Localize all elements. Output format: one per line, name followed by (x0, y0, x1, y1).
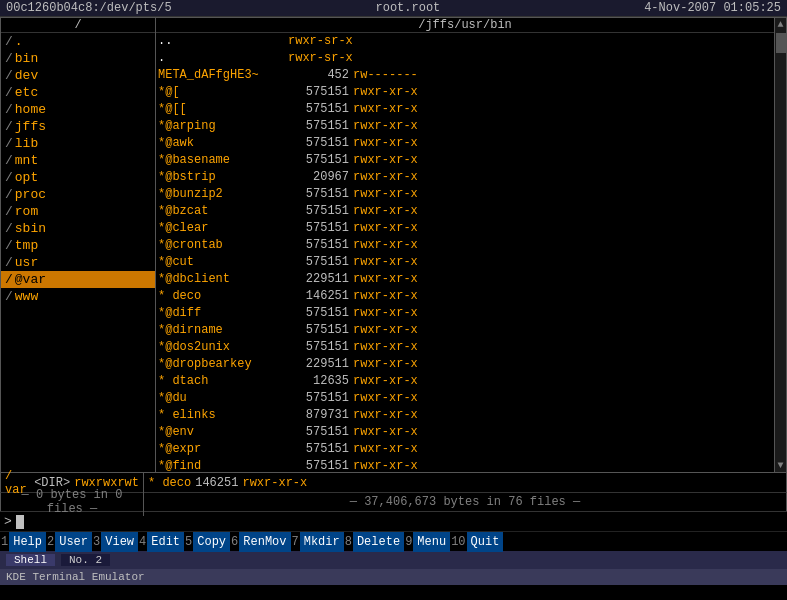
list-item[interactable]: /mnt (1, 152, 155, 169)
permissions: rwxr-xr-x (353, 373, 418, 390)
permissions: rwxr-xr-x (353, 203, 418, 220)
list-item[interactable]: /tmp (1, 237, 155, 254)
list-item[interactable]: /jffs (1, 118, 155, 135)
list-item[interactable]: *@dropbearkey229511rwxr-xr-x (156, 356, 774, 373)
list-item[interactable]: /sbin (1, 220, 155, 237)
filesize: 229511 (288, 356, 353, 373)
list-item[interactable]: *@arping575151rwxr-xr-x (156, 118, 774, 135)
list-item[interactable]: /opt (1, 169, 155, 186)
list-item[interactable]: * deco146251rwxr-xr-x (156, 288, 774, 305)
permissions: rwxr-xr-x (353, 390, 418, 407)
list-item[interactable]: /www (1, 288, 155, 305)
list-item[interactable]: *@find575151rwxr-xr-x (156, 458, 774, 472)
list-item[interactable]: *@bunzip2575151rwxr-xr-x (156, 186, 774, 203)
shell-tab[interactable]: Shell (6, 554, 55, 566)
list-item[interactable]: /dev (1, 67, 155, 84)
filename: *@env (158, 424, 288, 441)
fn-label[interactable]: Delete (353, 532, 404, 552)
filename: home (15, 101, 46, 118)
list-item[interactable]: *@expr575151rwxr-xr-x (156, 441, 774, 458)
fn-key-10[interactable]: 10Quit (450, 532, 503, 551)
right-panel-header: /jffs/usr/bin (156, 18, 774, 33)
list-item[interactable]: *@bzcat575151rwxr-xr-x (156, 203, 774, 220)
fn-label[interactable]: RenMov (239, 532, 290, 552)
fn-num: 4 (138, 535, 147, 549)
list-item[interactable]: /bin (1, 50, 155, 67)
filename: usr (15, 254, 38, 271)
list-item[interactable]: ..rwxr-sr-x (156, 33, 774, 50)
fn-label[interactable]: Copy (193, 532, 230, 552)
list-item[interactable]: *@bstrip20967rwxr-xr-x (156, 169, 774, 186)
slash-icon: / (5, 50, 13, 67)
fn-label[interactable]: Menu (413, 532, 450, 552)
list-item[interactable]: *@diff575151rwxr-xr-x (156, 305, 774, 322)
fn-key-3[interactable]: 3View (92, 532, 138, 551)
fn-key-8[interactable]: 8Delete (344, 532, 404, 551)
fn-label[interactable]: Help (9, 532, 46, 552)
list-item[interactable]: *@cut575151rwxr-xr-x (156, 254, 774, 271)
list-item[interactable]: *@env575151rwxr-xr-x (156, 424, 774, 441)
permissions: rwxr-xr-x (353, 356, 418, 373)
left-panel[interactable]: / /./bin/dev/etc/home/jffs/lib/mnt/opt/p… (1, 18, 156, 472)
info-bar: ─ 0 bytes in 0 files ─ ─ 37,406,673 byte… (0, 493, 787, 511)
filesize: rwxr-sr-x (288, 33, 353, 50)
right-file-list[interactable]: ..rwxr-sr-x.rwxr-sr-xMETA_dAFfgHE3~452rw… (156, 33, 774, 472)
list-item[interactable]: *@[575151rwxr-xr-x (156, 84, 774, 101)
info-right: ─ 37,406,673 bytes in 76 files ─ (144, 495, 786, 509)
fn-label[interactable]: Edit (147, 532, 184, 552)
list-item[interactable]: *@du575151rwxr-xr-x (156, 390, 774, 407)
list-item[interactable]: /home (1, 101, 155, 118)
shell-tab[interactable]: No. 2 (61, 554, 110, 566)
permissions: rwxr-xr-x (353, 186, 418, 203)
fn-key-2[interactable]: 2User (46, 532, 92, 551)
fn-key-4[interactable]: 4Edit (138, 532, 184, 551)
fn-key-6[interactable]: 6RenMov (230, 532, 290, 551)
scrollbar[interactable]: ▲ ▼ (774, 18, 786, 472)
list-item[interactable]: *@dirname575151rwxr-xr-x (156, 322, 774, 339)
list-item[interactable]: * elinks879731rwxr-xr-x (156, 407, 774, 424)
filesize: 575151 (288, 458, 353, 472)
fn-key-9[interactable]: 9Menu (404, 532, 450, 551)
list-item[interactable]: /rom (1, 203, 155, 220)
list-item[interactable]: /etc (1, 84, 155, 101)
fn-key-1[interactable]: 1Help (0, 532, 46, 551)
list-item[interactable]: /usr (1, 254, 155, 271)
title-left: 00c1260b04c8:/dev/pts/5 (6, 1, 172, 15)
scroll-thumb[interactable] (776, 33, 786, 53)
fn-label[interactable]: Quit (467, 532, 504, 552)
filename: proc (15, 186, 46, 203)
filename: *@cut (158, 254, 288, 271)
permissions: rwxr-xr-x (353, 254, 418, 271)
fn-label[interactable]: Mkdir (300, 532, 344, 552)
filename: lib (15, 135, 38, 152)
list-item[interactable]: *@[[575151rwxr-xr-x (156, 101, 774, 118)
scroll-up[interactable]: ▲ (776, 18, 784, 31)
right-panel[interactable]: /jffs/usr/bin ..rwxr-sr-x.rwxr-sr-xMETA_… (156, 18, 774, 472)
filesize: 879731 (288, 407, 353, 424)
list-item[interactable]: /proc (1, 186, 155, 203)
fn-key-5[interactable]: 5Copy (184, 532, 230, 551)
fn-label[interactable]: View (101, 532, 138, 552)
list-item[interactable]: .rwxr-sr-x (156, 50, 774, 67)
list-item[interactable]: /. (1, 33, 155, 50)
fn-label[interactable]: User (55, 532, 92, 552)
fn-key-7[interactable]: 7Mkdir (291, 532, 344, 551)
list-item[interactable]: *@awk575151rwxr-xr-x (156, 135, 774, 152)
list-item[interactable]: *@dos2unix575151rwxr-xr-x (156, 339, 774, 356)
filename: * dtach (158, 373, 288, 390)
list-item[interactable]: /lib (1, 135, 155, 152)
list-item[interactable]: *@clear575151rwxr-xr-x (156, 220, 774, 237)
list-item[interactable]: /@var (1, 271, 155, 288)
scroll-down[interactable]: ▼ (776, 459, 784, 472)
list-item[interactable]: *@basename575151rwxr-xr-x (156, 152, 774, 169)
fn-num: 9 (404, 535, 413, 549)
left-file-list[interactable]: /./bin/dev/etc/home/jffs/lib/mnt/opt/pro… (1, 33, 155, 472)
permissions: rwxr-xr-x (353, 407, 418, 424)
filesize: 12635 (288, 373, 353, 390)
shell-bar: ShellNo. 2 (0, 551, 787, 569)
list-item[interactable]: *@dbclient229511rwxr-xr-x (156, 271, 774, 288)
list-item[interactable]: *@crontab575151rwxr-xr-x (156, 237, 774, 254)
list-item[interactable]: META_dAFfgHE3~452rw------- (156, 67, 774, 84)
list-item[interactable]: * dtach12635rwxr-xr-x (156, 373, 774, 390)
permissions: rwxr-xr-x (353, 458, 418, 472)
